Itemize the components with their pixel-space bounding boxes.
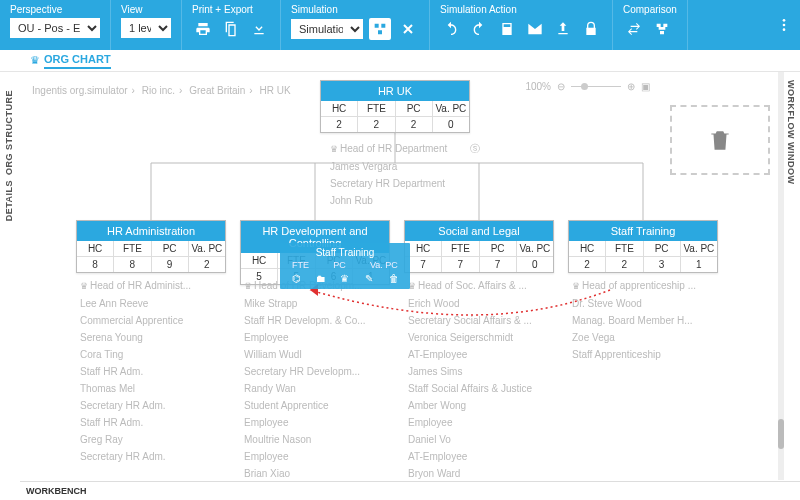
zoom-value: 100%: [525, 81, 551, 92]
person-item[interactable]: Staff HR Developm. & Co...: [244, 312, 394, 329]
person-item[interactable]: Staff Apprenticeship: [572, 346, 722, 363]
person-item[interactable]: Zoe Vega: [572, 329, 722, 346]
calculator-icon[interactable]: [496, 18, 518, 40]
person-item[interactable]: Employee: [244, 414, 394, 431]
toolbar-menu[interactable]: [768, 0, 800, 50]
person-item[interactable]: Employee: [244, 329, 394, 346]
person-item[interactable]: Veronica Seigerschmidt: [408, 329, 558, 346]
view-select[interactable]: 1 level: [121, 18, 171, 38]
ghost-hierarchy-icon: ⌬: [289, 273, 303, 287]
printexport-label: Print + Export: [192, 4, 270, 15]
person-item[interactable]: Employee: [408, 414, 558, 431]
tab-orgchart[interactable]: ORG CHART: [44, 53, 111, 69]
person-item[interactable]: Staff Social Affairs & Justice: [408, 380, 558, 397]
node-staff-training[interactable]: Staff Training HCFTEPCVa. PC 2231: [568, 220, 718, 273]
sidetab-details[interactable]: DETAILS: [4, 180, 14, 221]
svg-point-0: [783, 19, 786, 22]
person-item[interactable]: ♛Head of apprenticeship ...: [572, 277, 722, 295]
person-item[interactable]: Lee Ann Reeve: [80, 295, 230, 312]
undo-icon[interactable]: [440, 18, 462, 40]
simaction-label: Simulation Action: [440, 4, 602, 15]
view-label: View: [121, 4, 171, 15]
lock-icon[interactable]: [580, 18, 602, 40]
trash-dropzone[interactable]: [670, 105, 770, 175]
drag-ghost: Staff Training FTEPCVa. PC ⌬ 🖿 ♛ ✎ 🗑: [280, 243, 410, 289]
tab-bar: ♛ ORG CHART: [0, 50, 800, 72]
people-root: ♛Head of HR Department ⓢJames VergaraSec…: [330, 140, 480, 209]
person-item[interactable]: ♛Head of Soc. Affairs & ...: [408, 277, 558, 295]
svg-point-2: [783, 28, 786, 31]
person-item[interactable]: Brian Xiao: [244, 465, 394, 480]
person-item[interactable]: AT-Employee: [408, 346, 558, 363]
sim-branch-icon[interactable]: [369, 18, 391, 40]
node-social-legal[interactable]: Social and Legal HCFTEPCVa. PC 7770: [404, 220, 554, 273]
download-icon[interactable]: [248, 18, 270, 40]
person-item[interactable]: Secretary HR Department: [330, 175, 480, 192]
person-item[interactable]: John Rub: [330, 192, 480, 209]
person-item[interactable]: Erich Wood: [408, 295, 558, 312]
copy-icon[interactable]: [220, 18, 242, 40]
people-c2: ♛Head of HR Developm...Mike StrappStaff …: [244, 277, 394, 480]
person-item[interactable]: Serena Young: [80, 329, 230, 346]
person-item[interactable]: Amber Wong: [408, 397, 558, 414]
group-simaction: Simulation Action: [430, 0, 613, 50]
breadcrumb[interactable]: Ingentis org.simulator› Rio inc.› Great …: [30, 85, 293, 96]
person-item[interactable]: William Wudl: [244, 346, 394, 363]
zoom-fit-icon[interactable]: ▣: [641, 81, 650, 92]
redo-icon[interactable]: [468, 18, 490, 40]
person-item[interactable]: Mike Strapp: [244, 295, 394, 312]
perspective-label: Perspective: [10, 4, 100, 15]
export-icon[interactable]: [552, 18, 574, 40]
person-item[interactable]: Employee: [244, 448, 394, 465]
perspective-select[interactable]: OU - Pos - Emp: [10, 18, 100, 38]
person-item[interactable]: Secretary HR Developm...: [244, 363, 394, 380]
person-item[interactable]: Student Apprentice: [244, 397, 394, 414]
zoom-in-icon[interactable]: ⊕: [627, 81, 635, 92]
zoom-control[interactable]: 100% ⊖ ⊕ ▣: [525, 81, 650, 92]
sidetab-workflow[interactable]: WORKFLOW WINDOW: [786, 80, 796, 184]
person-item[interactable]: Staff HR Adm.: [80, 414, 230, 431]
main-toolbar: Perspective OU - Pos - Emp View 1 level …: [0, 0, 800, 50]
sidetab-orgstructure[interactable]: ORG STRUCTURE: [4, 90, 14, 175]
person-item[interactable]: James Vergara: [330, 158, 480, 175]
swap-icon[interactable]: [623, 18, 645, 40]
orgchart-icon: ♛: [30, 54, 40, 67]
people-c1: ♛Head of HR Administ...Lee Ann ReeveComm…: [80, 277, 230, 465]
person-item[interactable]: Greg Ray: [80, 431, 230, 448]
group-printexport: Print + Export: [182, 0, 281, 50]
people-c3: ♛Head of Soc. Affairs & ...Erich WoodSec…: [408, 277, 558, 480]
person-item[interactable]: Randy Wan: [244, 380, 394, 397]
person-item[interactable]: Moultrie Nason: [244, 431, 394, 448]
person-item[interactable]: Manag. Board Member H...: [572, 312, 722, 329]
person-item[interactable]: Dr. Steve Wood: [572, 295, 722, 312]
person-item[interactable]: Thomas Mel: [80, 380, 230, 397]
group-view: View 1 level: [111, 0, 182, 50]
person-item[interactable]: Secretary Social Affairs & ...: [408, 312, 558, 329]
person-item[interactable]: Secretary HR Adm.: [80, 448, 230, 465]
node-root[interactable]: HR UK HC FTE PC Va. PC 2 2 2 0: [320, 80, 470, 133]
group-simulation: Simulation Simulation 1: [281, 0, 430, 50]
print-icon[interactable]: [192, 18, 214, 40]
org-canvas: Ingentis org.simulator› Rio inc.› Great …: [20, 75, 780, 480]
mail-icon[interactable]: [524, 18, 546, 40]
person-item[interactable]: Staff HR Adm.: [80, 363, 230, 380]
node-hr-administration[interactable]: HR Administration HCFTEPCVa. PC 8892: [76, 220, 226, 273]
simulation-select[interactable]: Simulation 1: [291, 19, 363, 39]
person-item[interactable]: Bryon Ward: [408, 465, 558, 480]
person-item[interactable]: AT-Employee: [408, 448, 558, 465]
workbench-bar[interactable]: WORKBENCH: [20, 481, 800, 500]
group-comparison: Comparison: [613, 0, 688, 50]
person-item[interactable]: Secretary HR Adm.: [80, 397, 230, 414]
person-item[interactable]: ♛Head of HR Department ⓢ: [330, 140, 480, 158]
zoom-out-icon[interactable]: ⊖: [557, 81, 565, 92]
person-item[interactable]: Cora Ting: [80, 346, 230, 363]
person-item[interactable]: Commercial Apprentice: [80, 312, 230, 329]
close-icon[interactable]: [397, 18, 419, 40]
person-item[interactable]: Daniel Vo: [408, 431, 558, 448]
group-perspective: Perspective OU - Pos - Emp: [0, 0, 111, 50]
svg-point-1: [783, 24, 786, 27]
compare-tree-icon[interactable]: [651, 18, 673, 40]
person-item[interactable]: James Sims: [408, 363, 558, 380]
person-item[interactable]: ♛Head of HR Administ...: [80, 277, 230, 295]
comparison-label: Comparison: [623, 4, 677, 15]
